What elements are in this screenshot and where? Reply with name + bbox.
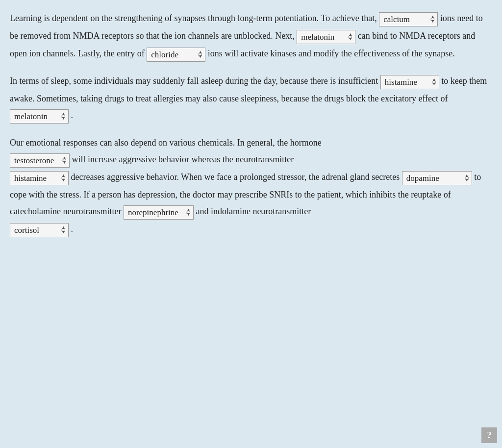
select3[interactable]: chloridecalciumsodiumpotassiummagnesium <box>147 48 205 62</box>
text-segment: and indolamine neurotransmitter <box>194 206 311 216</box>
text-segment: ions will activate kinases and modify th… <box>205 49 455 58</box>
select4[interactable]: histaminemelatoninserotonindopaminecorti… <box>380 75 439 89</box>
text-segment: . <box>69 110 73 120</box>
paragraph-para1: Learning is dependent on the strengtheni… <box>10 10 488 63</box>
select7[interactable]: histamineserotonindopaminemelatonincorti… <box>10 171 69 185</box>
paragraph-para2: In terms of sleep, some individuals may … <box>10 73 488 124</box>
select-wrapper-select9: norepinephrinedopamineserotoninadrenalin… <box>124 204 194 221</box>
text-segment: decreases aggressive behavior. When we f… <box>69 172 402 182</box>
help-button[interactable]: ? <box>481 427 497 443</box>
text-segment: Our emotional responses can also depend … <box>10 138 322 148</box>
text-segment: In terms of sleep, some individuals may … <box>10 76 380 86</box>
paragraph-para3: Our emotional responses can also depend … <box>10 134 488 238</box>
select2[interactable]: melatoninserotonindopamineglutamatehista… <box>297 30 355 44</box>
select-wrapper-select3: chloridecalciumsodiumpotassiummagnesium▲… <box>147 46 205 63</box>
select1[interactable]: calciummagnesiumsodiumpotassiumchloride <box>379 12 438 26</box>
select-wrapper-select1: calciummagnesiumsodiumpotassiumchloride▲… <box>379 11 438 27</box>
select8[interactable]: dopamineserotonincortisoladrenalinenorep… <box>402 171 472 185</box>
select-wrapper-select10: cortisolserotoninmelatonindopaminehistam… <box>10 222 69 238</box>
select9[interactable]: norepinephrinedopamineserotoninadrenalin… <box>124 205 194 220</box>
text-segment: will increase aggressive behavior wherea… <box>70 154 294 164</box>
select-wrapper-select4: histaminemelatoninserotonindopaminecorti… <box>380 74 439 90</box>
select-wrapper-select8: dopamineserotonincortisoladrenalinenorep… <box>402 170 472 186</box>
select-wrapper-select2: melatoninserotonindopamineglutamatehista… <box>297 28 355 45</box>
select-wrapper-select5: melatoninhistamineserotonindopaminecorti… <box>10 108 69 124</box>
text-segment: Learning is dependent on the strengtheni… <box>10 13 379 23</box>
select-wrapper-select7: histamineserotonindopaminemelatonincorti… <box>10 170 69 186</box>
select6[interactable]: testosteroneestrogencortisoladrenalinedo… <box>10 153 70 168</box>
select-wrapper-select6: testosteroneestrogencortisoladrenalinedo… <box>10 152 70 169</box>
main-content: Learning is dependent on the strengtheni… <box>0 0 502 263</box>
select10[interactable]: cortisolserotoninmelatonindopaminehistam… <box>10 223 69 237</box>
select5[interactable]: melatoninhistamineserotonindopaminecorti… <box>10 109 69 124</box>
text-segment: . <box>69 224 73 234</box>
